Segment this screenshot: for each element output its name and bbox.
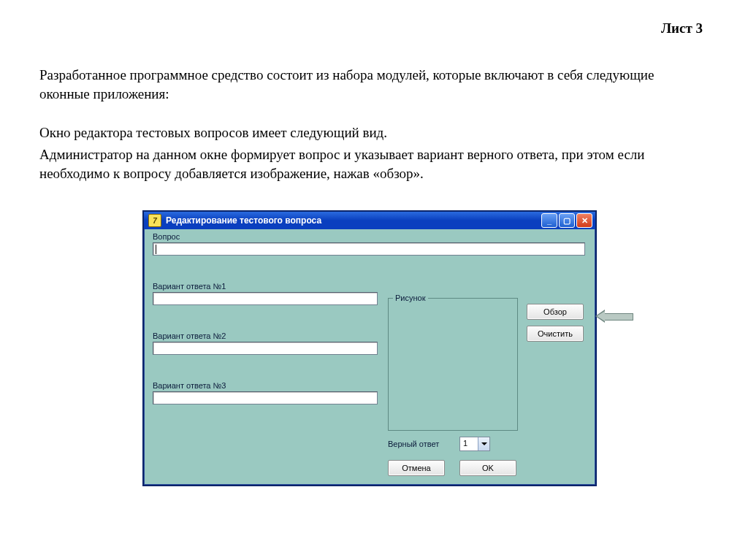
answer1-label: Вариант ответа №1 (153, 282, 226, 291)
app-icon: 7 (148, 214, 161, 227)
cancel-button[interactable]: Отмена (388, 460, 445, 476)
window-title: Редактирование тестового вопроса (166, 215, 540, 226)
picture-groupbox: Рисунок (388, 298, 518, 431)
close-icon: ✕ (581, 217, 588, 225)
edit-test-question-window: 7 Редактирование тестового вопроса _ ▢ ✕… (142, 210, 597, 486)
maximize-icon: ▢ (563, 217, 570, 225)
correct-answer-label: Верный ответ (388, 440, 439, 448)
page-header: Лист 3 (661, 20, 703, 37)
chevron-down-icon (481, 442, 487, 445)
question-label: Вопрос (153, 232, 180, 241)
minimize-icon: _ (547, 217, 552, 225)
paragraph-intro: Разработанное программное средство состо… (39, 66, 704, 103)
window-wrapper: 7 Редактирование тестового вопроса _ ▢ ✕… (142, 210, 606, 483)
client-area: Вопрос Вариант ответа №1 Вариант ответа … (147, 231, 592, 482)
close-button[interactable]: ✕ (576, 213, 592, 228)
paragraph-win-desc-2: Администратор на данном окне формирует в… (39, 145, 704, 183)
titlebar[interactable]: 7 Редактирование тестового вопроса _ ▢ ✕ (144, 212, 595, 229)
correct-answer-combo[interactable]: 1 (459, 437, 490, 451)
browse-button[interactable]: Обзор (527, 304, 584, 320)
combo-arrow[interactable] (478, 437, 489, 450)
picture-group-label: Рисунок (393, 294, 428, 302)
minimize-button[interactable]: _ (541, 213, 557, 228)
answer3-input[interactable] (153, 391, 378, 404)
answer3-label: Вариант ответа №3 (153, 381, 226, 390)
document-body: Разработанное программное средство состо… (39, 66, 704, 185)
clear-button[interactable]: Очистить (527, 326, 584, 342)
answer2-label: Вариант ответа №2 (153, 331, 226, 340)
correct-answer-value: 1 (460, 437, 478, 450)
callout-arrow (595, 310, 632, 323)
ok-button[interactable]: OK (459, 460, 516, 476)
question-input[interactable] (153, 242, 585, 256)
maximize-button[interactable]: ▢ (559, 213, 575, 228)
paragraph-win-desc-1: Окно редактора тестовых вопросов имеет с… (39, 123, 704, 142)
answer2-input[interactable] (153, 342, 378, 355)
answer1-input[interactable] (153, 292, 378, 305)
